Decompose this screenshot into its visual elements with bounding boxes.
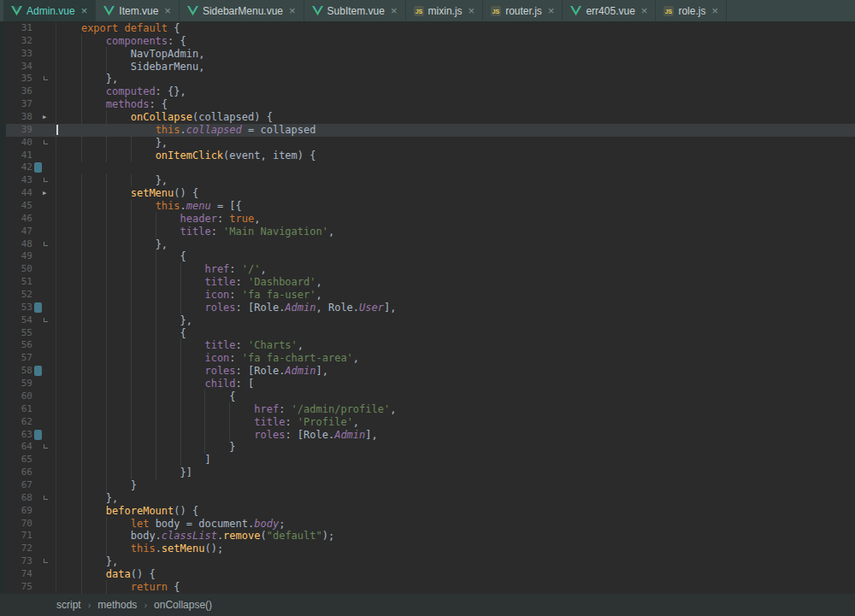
gutter[interactable] bbox=[38, 339, 56, 352]
code-line-61[interactable]: 61 href: '/admin/profile', bbox=[0, 403, 855, 416]
code-text[interactable]: export default { bbox=[56, 22, 855, 35]
code-text[interactable]: this.collapsed = collapsed bbox=[56, 124, 855, 137]
code-text[interactable]: }, bbox=[56, 238, 855, 251]
code-text[interactable]: } bbox=[56, 479, 855, 492]
code-text[interactable]: href: '/admin/profile', bbox=[56, 403, 855, 416]
tab-mixin-js[interactable]: JSmixin.js× bbox=[406, 0, 484, 21]
gutter[interactable] bbox=[38, 403, 56, 416]
gutter[interactable] bbox=[38, 518, 56, 531]
code-line-58[interactable]: 58 roles: [Role.Admin], bbox=[0, 365, 855, 378]
gutter[interactable] bbox=[38, 327, 56, 340]
code-text[interactable]: href: '/', bbox=[56, 263, 855, 276]
breadcrumb-item[interactable]: methods bbox=[96, 599, 139, 611]
tab-admin-vue[interactable]: Admin.vue× bbox=[3, 0, 96, 21]
gutter[interactable] bbox=[38, 581, 56, 594]
fold-arrow-icon[interactable]: ▶ bbox=[43, 111, 46, 124]
gutter[interactable] bbox=[38, 61, 56, 73]
code-line-59[interactable]: 59 child: [ bbox=[0, 378, 855, 390]
code-line-36[interactable]: 36 computed: {}, bbox=[0, 85, 855, 98]
code-line-71[interactable]: 71 body.classList.remove("default"); bbox=[0, 530, 855, 543]
breadcrumb-item[interactable]: onCollapse() bbox=[152, 599, 214, 611]
code-text[interactable]: NavTopAdmin, bbox=[56, 48, 855, 61]
fold-end-icon[interactable] bbox=[44, 242, 48, 246]
code-line-46[interactable]: 46 header: true, bbox=[0, 213, 855, 226]
gutter[interactable] bbox=[38, 137, 56, 150]
tab-subitem-vue[interactable]: SubItem.vue× bbox=[304, 0, 406, 21]
code-text[interactable]: child: [ bbox=[56, 378, 855, 390]
code-editor[interactable]: 31 export default {32 components: {33 Na… bbox=[0, 22, 855, 594]
code-line-55[interactable]: 55 { bbox=[0, 327, 855, 340]
code-text[interactable]: { bbox=[56, 390, 855, 403]
code-text[interactable]: onItemClick(event, item) { bbox=[56, 150, 855, 162]
code-text[interactable]: computed: {}, bbox=[56, 85, 855, 98]
tab-item-vue[interactable]: Item.vue× bbox=[96, 0, 180, 21]
code-text[interactable]: methods: { bbox=[56, 98, 855, 111]
code-line-68[interactable]: 68 }, bbox=[0, 492, 855, 505]
code-line-54[interactable]: 54 }, bbox=[0, 314, 855, 327]
gutter[interactable] bbox=[38, 22, 56, 35]
code-line-57[interactable]: 57 icon: 'fa fa-chart-area', bbox=[0, 352, 855, 365]
code-text[interactable]: this.setMenu(); bbox=[56, 543, 855, 555]
code-line-66[interactable]: 66 }] bbox=[0, 466, 855, 479]
code-line-52[interactable]: 52 icon: 'fa fa-user', bbox=[0, 289, 855, 302]
code-line-39[interactable]: 39 this.collapsed = collapsed bbox=[0, 124, 855, 137]
code-line-40[interactable]: 40 }, bbox=[0, 137, 855, 150]
code-line-32[interactable]: 32 components: { bbox=[0, 35, 855, 48]
tab-close-icon[interactable]: × bbox=[548, 5, 555, 16]
code-text[interactable]: data() { bbox=[56, 568, 855, 581]
tab-err405-vue[interactable]: err405.vue× bbox=[563, 0, 656, 21]
breadcrumb-item[interactable]: script bbox=[55, 599, 83, 611]
gutter[interactable] bbox=[38, 416, 56, 429]
fold-end-icon[interactable] bbox=[44, 318, 48, 322]
gutter[interactable] bbox=[38, 174, 56, 187]
code-line-37[interactable]: 37 methods: { bbox=[0, 98, 855, 111]
code-text[interactable] bbox=[56, 161, 855, 174]
code-line-75[interactable]: 75 return { bbox=[0, 581, 855, 594]
code-line-45[interactable]: 45 this.menu = [{ bbox=[0, 200, 855, 213]
code-line-64[interactable]: 64 } bbox=[0, 441, 855, 454]
gutter[interactable] bbox=[38, 505, 56, 518]
gutter[interactable] bbox=[38, 238, 56, 251]
code-text[interactable]: roles: [Role.Admin], bbox=[56, 429, 855, 442]
tab-role-js[interactable]: JSrole.js× bbox=[656, 0, 727, 21]
code-text[interactable]: }, bbox=[56, 174, 855, 187]
code-line-65[interactable]: 65 ] bbox=[0, 454, 855, 466]
gutter[interactable] bbox=[38, 530, 56, 543]
tab-router-js[interactable]: JSrouter.js× bbox=[483, 0, 563, 21]
gutter[interactable] bbox=[38, 429, 56, 442]
code-text[interactable]: header: true, bbox=[56, 213, 855, 226]
gutter[interactable] bbox=[38, 454, 56, 466]
code-text[interactable]: title: 'Profile', bbox=[56, 416, 855, 429]
code-line-74[interactable]: 74 data() { bbox=[0, 568, 855, 581]
code-text[interactable]: }, bbox=[56, 73, 855, 85]
code-text[interactable]: body.classList.remove("default"); bbox=[56, 530, 855, 543]
code-text[interactable]: title: 'Charts', bbox=[56, 339, 855, 352]
gutter[interactable] bbox=[38, 48, 56, 61]
gutter[interactable] bbox=[38, 390, 56, 403]
gutter[interactable] bbox=[38, 378, 56, 390]
code-line-35[interactable]: 35 }, bbox=[0, 73, 855, 85]
gutter[interactable] bbox=[38, 302, 56, 314]
gutter[interactable] bbox=[38, 314, 56, 327]
code-text[interactable]: setMenu() { bbox=[56, 187, 855, 200]
fold-end-icon[interactable] bbox=[44, 140, 48, 144]
tab-close-icon[interactable]: × bbox=[289, 5, 296, 16]
code-text[interactable]: components: { bbox=[56, 35, 855, 48]
code-line-34[interactable]: 34 SidebarMenu, bbox=[0, 61, 855, 73]
code-line-69[interactable]: 69 beforeMount() { bbox=[0, 505, 855, 518]
gutter[interactable] bbox=[38, 543, 56, 555]
gutter[interactable] bbox=[38, 479, 56, 492]
fold-end-icon[interactable] bbox=[44, 559, 48, 563]
tab-close-icon[interactable]: × bbox=[391, 5, 398, 16]
code-line-38[interactable]: 38▶ onCollapse(collapsed) { bbox=[0, 111, 855, 124]
code-line-47[interactable]: 47 title: 'Main Navigation', bbox=[0, 226, 855, 238]
code-text[interactable]: }, bbox=[56, 314, 855, 327]
code-text[interactable]: { bbox=[56, 250, 855, 263]
gutter[interactable] bbox=[38, 200, 56, 213]
code-text[interactable]: roles: [Role.Admin], bbox=[56, 365, 855, 378]
tab-close-icon[interactable]: × bbox=[711, 5, 718, 16]
code-text[interactable]: onCollapse(collapsed) { bbox=[56, 111, 855, 124]
code-text[interactable]: let body = document.body; bbox=[56, 518, 855, 531]
code-text[interactable]: title: 'Main Navigation', bbox=[56, 226, 855, 238]
code-line-48[interactable]: 48 }, bbox=[0, 238, 855, 251]
